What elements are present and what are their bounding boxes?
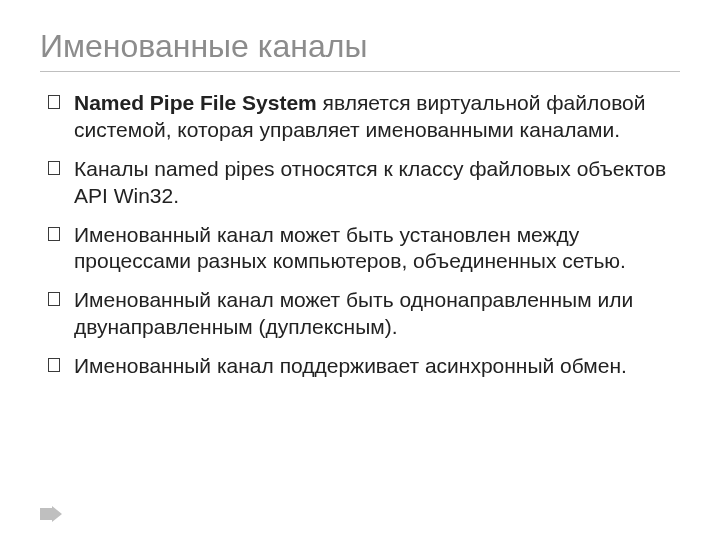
list-item: Named Pipe File System является виртуаль… (48, 90, 674, 144)
slide-title: Именованные каналы (40, 28, 680, 72)
bullet-text: Именованный канал может быть однонаправл… (74, 288, 633, 338)
list-item: Именованный канал может быть установлен … (48, 222, 674, 276)
bullet-text: Именованный канал может быть установлен … (74, 223, 626, 273)
bullet-text: Каналы named pipes относятся к классу фа… (74, 157, 666, 207)
bullet-text: Именованный канал поддерживает асинхронн… (74, 354, 627, 377)
footer-arrow-icon (40, 506, 62, 522)
bullet-list: Named Pipe File System является виртуаль… (48, 90, 674, 380)
svg-marker-0 (40, 506, 62, 522)
bullet-icon (48, 292, 60, 306)
list-item: Каналы named pipes относятся к классу фа… (48, 156, 674, 210)
list-item: Именованный канал поддерживает асинхронн… (48, 353, 674, 380)
bullet-bold: Named Pipe File System (74, 91, 317, 114)
list-item: Именованный канал может быть однонаправл… (48, 287, 674, 341)
bullet-icon (48, 161, 60, 175)
bullet-icon (48, 358, 60, 372)
bullet-icon (48, 227, 60, 241)
bullet-icon (48, 95, 60, 109)
slide: Именованные каналы Named Pipe File Syste… (0, 0, 720, 540)
